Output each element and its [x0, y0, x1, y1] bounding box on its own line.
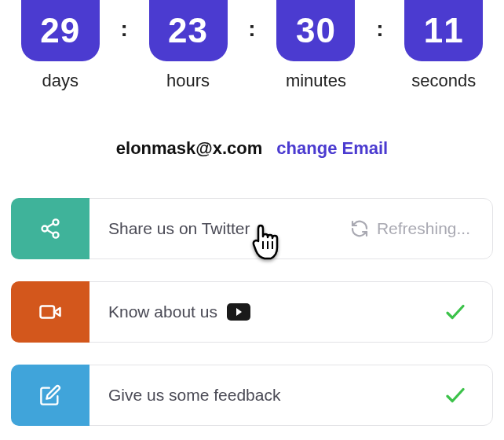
countdown-minutes-value: 30 [296, 11, 336, 50]
task-title: Give us some feedback [108, 386, 280, 405]
email-value: elonmask@x.com [116, 138, 263, 159]
svg-rect-8 [41, 306, 55, 318]
check-icon [444, 300, 467, 324]
countdown: 29 days : 23 hours : 30 minutes : 11 sec… [0, 0, 504, 91]
task-status-refreshing: Refreshing... [350, 219, 473, 238]
separator-dot: · [260, 219, 265, 238]
task-title: Share us on Twitter [108, 219, 250, 238]
countdown-days-label: days [42, 71, 79, 91]
countdown-separator: : [376, 16, 383, 42]
task-body: Give us some feedback [89, 365, 492, 425]
countdown-minutes: 30 minutes [270, 0, 363, 91]
task-know-about-us[interactable]: Know about us [11, 281, 493, 343]
change-email-link[interactable]: change Email [276, 138, 388, 159]
countdown-seconds-box: 11 [404, 0, 483, 61]
refresh-icon [350, 219, 369, 238]
svg-line-3 [47, 224, 53, 228]
countdown-seconds-value: 11 [424, 11, 464, 50]
countdown-minutes-box: 30 [276, 0, 355, 61]
countdown-seconds-label: seconds [411, 71, 476, 91]
email-row: elonmask@x.com change Email [0, 138, 504, 159]
countdown-minutes-label: minutes [286, 71, 346, 91]
countdown-hours-label: hours [166, 71, 210, 91]
task-status-label: Refreshing... [377, 219, 470, 238]
countdown-seconds: 11 seconds [397, 0, 490, 91]
share-icon [11, 198, 89, 259]
countdown-separator: : [121, 16, 128, 42]
task-title: Know about us [108, 302, 217, 321]
svg-line-4 [47, 230, 53, 234]
task-body: Share us on Twitter · Refreshing... [89, 199, 492, 258]
edit-icon [11, 365, 89, 426]
countdown-hours-value: 23 [168, 11, 208, 50]
task-feedback[interactable]: Give us some feedback [11, 365, 493, 426]
video-icon [11, 281, 89, 343]
check-icon [444, 383, 467, 407]
countdown-separator: : [248, 16, 255, 42]
task-body: Know about us [89, 282, 492, 342]
countdown-days: 29 days [14, 0, 107, 91]
youtube-icon [227, 303, 250, 321]
countdown-hours-box: 23 [149, 0, 228, 61]
task-list: Share us on Twitter · Refreshing... [11, 198, 493, 426]
countdown-days-value: 29 [40, 11, 80, 50]
task-status-done [444, 300, 473, 324]
countdown-hours: 23 hours [142, 0, 235, 91]
task-share-twitter[interactable]: Share us on Twitter · Refreshing... [11, 198, 493, 259]
task-status-done [444, 383, 473, 407]
countdown-days-box: 29 [21, 0, 100, 61]
